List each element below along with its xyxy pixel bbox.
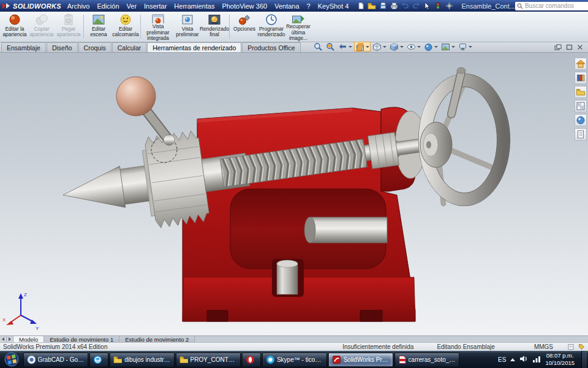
tab-modelo[interactable]: Modelo [13, 336, 44, 342]
design-library-icon[interactable] [575, 72, 587, 84]
menu-insertar[interactable]: Insertar [140, 2, 170, 10]
taskbar-proy-contra-folder[interactable]: PROY_CONTRA... [176, 353, 241, 367]
cascade-windows-icon[interactable] [554, 44, 562, 51]
preview-window-icon [181, 13, 194, 26]
view-orientation-icon[interactable] [371, 42, 388, 52]
tab-scroll-right[interactable] [7, 336, 13, 342]
tab-calcular[interactable]: Calcular [112, 42, 147, 52]
editing-mode: Editando Ensamblaje [437, 343, 495, 350]
apply-scene-icon[interactable] [440, 42, 456, 52]
ribbon-renderizado-final[interactable]: Renderizado final [201, 12, 228, 41]
hidden-icons-icon[interactable] [510, 358, 515, 361]
file-explorer-icon[interactable] [575, 86, 587, 98]
menu-edicion[interactable]: Edición [93, 2, 123, 10]
taskbar-dibujos-folder[interactable]: dibujos industria... [110, 353, 175, 367]
language-indicator[interactable]: ES [498, 356, 506, 363]
taskbar-solidworks[interactable]: SolidWorks Pre... [328, 353, 393, 367]
ribbon-opciones[interactable]: Opciones [231, 12, 258, 41]
tab-scroll-left[interactable] [0, 336, 7, 342]
ribbon-separator [229, 15, 230, 39]
speaker-icon[interactable] [519, 355, 528, 364]
model-lever-ball[interactable] [116, 77, 156, 116]
close-document-icon[interactable] [576, 44, 584, 51]
menu-ventana[interactable]: Ventana [271, 2, 303, 10]
skype-icon [266, 355, 274, 364]
solidworks-window: SOLIDWORKS Archivo Edición Ver Insertar … [0, 0, 588, 368]
tab-croquis[interactable]: Croquis [78, 42, 111, 52]
ribbon-vista-preliminar-integrada[interactable]: Vista preliminar integrada [142, 12, 174, 41]
select-icon[interactable] [422, 1, 432, 10]
tab-diseno[interactable]: Diseño [47, 42, 78, 52]
redo-icon[interactable] [411, 1, 421, 10]
print-icon[interactable] [389, 1, 399, 10]
model-screw-nut[interactable] [368, 132, 399, 169]
status-bar: SolidWorks Premium 2014 x64 Edition Insu… [0, 342, 588, 351]
units-badge[interactable]: MMGS [534, 343, 553, 350]
zoom-area-icon[interactable] [325, 42, 336, 52]
quick-tips-icon[interactable] [568, 343, 575, 350]
task-pane-strip [575, 58, 587, 140]
taskbar-clock[interactable]: 08:07 p.m. 10/10/2015 [545, 352, 575, 367]
edit-appearance-icon[interactable] [423, 42, 439, 52]
graphics-area[interactable]: Z X Y [0, 53, 588, 335]
solidworks-resources-icon[interactable] [575, 58, 587, 70]
menu-keyshot[interactable]: KeyShot 4 [314, 2, 353, 10]
ribbon-vista-preliminar[interactable]: Vista preliminar [174, 12, 201, 41]
undo-icon[interactable] [400, 1, 410, 10]
model-viewport-canvas[interactable]: Z X Y [0, 53, 588, 335]
ribbon-programar-renderizado[interactable]: Programar renderizado [258, 12, 285, 41]
zoom-fit-icon[interactable] [312, 42, 324, 52]
show-desktop-button[interactable] [581, 351, 587, 368]
taskbar-opera[interactable] [242, 353, 261, 367]
hide-show-icon[interactable] [405, 42, 422, 52]
ribbon-editar-escena[interactable]: Editar escena [85, 12, 112, 41]
rebuild-icon[interactable] [433, 1, 443, 10]
taskbar-pdf[interactable]: carreras_soto_13... [394, 353, 459, 367]
tab-estudio-movimiento-2[interactable]: Estudio de movimiento 2 [119, 336, 195, 342]
section-view-icon[interactable] [354, 42, 371, 52]
new-file-icon[interactable] [356, 1, 366, 10]
menu-herramientas[interactable]: Herramientas [170, 2, 218, 10]
network-icon[interactable] [532, 355, 541, 364]
appearances-icon[interactable] [575, 114, 587, 126]
save-icon[interactable] [378, 1, 388, 10]
model-clamp-sleeve[interactable] [304, 217, 387, 243]
view-palette-icon[interactable] [575, 100, 587, 112]
ribbon-separator [83, 15, 84, 39]
taskbar-grabcad[interactable]: GrabCAD - Goog... [23, 353, 88, 367]
triad-x-label: X [2, 317, 6, 323]
menu-ayuda[interactable]: ? [303, 2, 314, 10]
model-clamp-stud[interactable] [272, 259, 304, 297]
ribbon-editar-apariencia[interactable]: Editar la apariencia [1, 12, 28, 41]
previous-view-icon[interactable] [337, 42, 353, 52]
restore-window-icon[interactable] [565, 44, 573, 51]
tab-herramientas-de-renderizado[interactable]: Herramientas de renderizado [147, 42, 241, 52]
ribbon-recuperar-imagen[interactable]: Recuperar última image... [285, 12, 312, 41]
document-title: Ensamble_Cont... [461, 2, 514, 10]
tab-productos-office[interactable]: Productos Office [242, 42, 300, 52]
search-input[interactable] [525, 2, 588, 10]
view-settings-icon[interactable] [457, 42, 473, 52]
ribbon-copiar-apariencia: Copiar apariencia [28, 12, 55, 41]
start-button[interactable] [1, 351, 22, 368]
tab-estudio-movimiento-1[interactable]: Estudio de movimiento 1 [44, 336, 119, 342]
ribbon-pegar-apariencia: Pegar apariencia [55, 12, 82, 41]
solidworks-icon [332, 355, 341, 364]
ribbon-editar-calcomania[interactable]: Editar calcomanía [112, 12, 139, 41]
title-menu-bar: SOLIDWORKS Archivo Edición Ver Insertar … [0, 0, 588, 12]
tab-ensamblaje[interactable]: Ensamblaje [1, 42, 46, 52]
display-style-icon[interactable] [388, 42, 405, 52]
edition-label: SolidWorks Premium 2014 x64 Edition [3, 343, 107, 350]
solidworks-logo: SOLIDWORKS [2, 2, 61, 10]
menu-archivo[interactable]: Archivo [64, 2, 94, 10]
menu-ver[interactable]: Ver [123, 2, 141, 10]
options-icon[interactable] [444, 1, 454, 10]
quick-access-toolbar [356, 1, 454, 10]
taskbar-skype[interactable]: Skype™ - ticoari... [262, 353, 327, 367]
tag-icon[interactable] [578, 343, 585, 350]
menu-photoview[interactable]: PhotoView 360 [218, 2, 271, 10]
custom-properties-icon[interactable] [575, 128, 587, 140]
taskbar-internet-explorer[interactable] [89, 353, 108, 367]
open-file-icon[interactable] [367, 1, 377, 10]
triad-z-label: Z [24, 292, 27, 297]
